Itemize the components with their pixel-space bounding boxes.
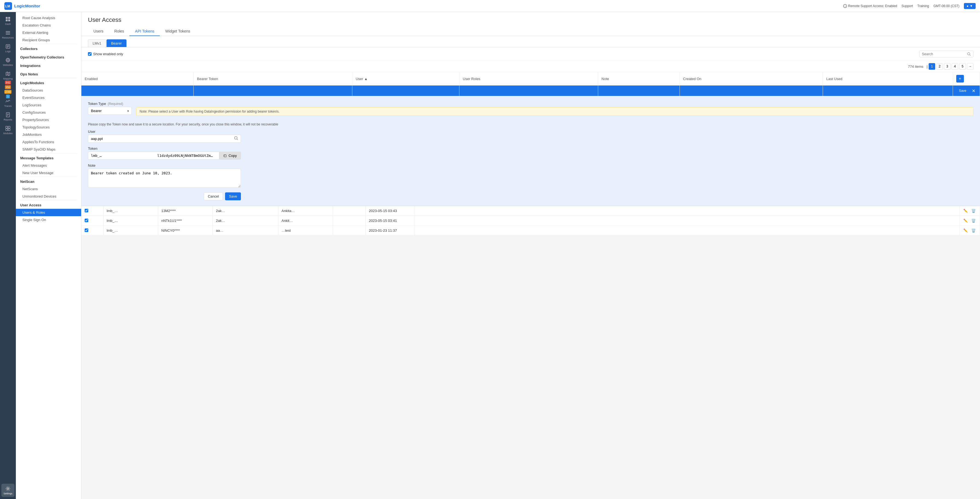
row1-enabled-checkbox[interactable] (85, 209, 88, 212)
table-row[interactable]: lmb_… nNTk1U1**** 2ak… Ankit… 2023-05-15… (81, 216, 980, 226)
nav-section-ops-notes[interactable]: Ops Notes (16, 69, 81, 78)
content-inner: LMv1 Bearer Show enabled only 774 i (81, 36, 980, 499)
sidebar-item-reports[interactable]: Reports (2, 110, 14, 123)
row3-last-used (415, 226, 959, 236)
nav-item-snmp-sysoid-maps[interactable]: SNMP SysOID Maps (16, 146, 81, 153)
nav-item-new-user-message[interactable]: New User Message (16, 169, 81, 177)
sidebar-item-dash[interactable]: Dash (2, 14, 14, 27)
nav-item-configsources[interactable]: ConfigSources (16, 109, 81, 116)
sidebar-item-traces[interactable]: Traces (2, 96, 14, 109)
user-input-wrap[interactable] (88, 135, 241, 143)
col-last-used: Last Used (823, 72, 953, 86)
nav-item-unmonitored-devices[interactable]: Unmonitored Devices (16, 193, 81, 200)
nav-item-topologysources[interactable]: TopologySources (16, 124, 81, 131)
tab-roles[interactable]: Roles (109, 27, 130, 36)
nav-item-single-sign-on[interactable]: Single Sign On (16, 216, 81, 223)
svg-marker-18 (6, 72, 10, 76)
row1-user2: 2ak… (213, 206, 278, 216)
nav-section-collectors[interactable]: Collectors (16, 44, 81, 53)
sidebar-item-mapping[interactable]: Mapping (2, 69, 14, 82)
content-area: User Access Users Roles API Tokens Widge… (81, 12, 980, 499)
token-input (88, 151, 219, 159)
row3-enabled-checkbox[interactable] (85, 228, 88, 232)
nav-item-recipient-groups[interactable]: Recipient Groups (16, 36, 81, 44)
row2-enabled-checkbox[interactable] (85, 218, 88, 222)
nav-item-eventsources[interactable]: EventSources (16, 94, 81, 101)
nav-item-jobmonitors[interactable]: JobMonitors (16, 131, 81, 138)
tab-users[interactable]: Users (88, 27, 109, 36)
user-search-icon[interactable] (232, 135, 241, 142)
training-link[interactable]: Training (918, 4, 929, 8)
show-enabled-checkbox[interactable] (88, 52, 92, 56)
page-next-btn[interactable]: → (967, 63, 974, 70)
support-link[interactable]: Support (902, 4, 913, 8)
svg-line-35 (237, 139, 238, 140)
nav-section-netscan[interactable]: NetScan (16, 177, 81, 185)
page-btn-5[interactable]: 5 (959, 63, 966, 70)
row1-delete-btn[interactable]: 🗑️ (971, 208, 977, 214)
nav-item-users-roles[interactable]: Users & Roles (16, 209, 81, 216)
nav-item-alert-messages[interactable]: Alert Messages (16, 162, 81, 169)
nav-item-netscans[interactable]: NetScans (16, 185, 81, 193)
page-btn-1[interactable]: 1 (929, 63, 935, 70)
row1-created: 2023-05-15 03:43 (366, 206, 415, 216)
search-box[interactable] (920, 51, 974, 57)
row3-edit-btn[interactable]: ✏️ (963, 228, 969, 233)
nav-section-integrations[interactable]: Integrations (16, 61, 81, 69)
remote-support[interactable]: i Remote Support Access: Enabled (843, 4, 897, 8)
sidebar-item-alerts[interactable]: 842 658 2740 1 (2, 83, 14, 96)
sub-tab-bearer[interactable]: Bearer (107, 39, 126, 47)
sidebar-item-resources[interactable]: Resources (2, 28, 14, 41)
col-user[interactable]: User ▲ (352, 72, 460, 86)
nav-section-otel[interactable]: OpenTelemetry Collectors (16, 53, 81, 61)
nav-item-datasources[interactable]: DataSources (16, 87, 81, 94)
row3-delete-btn[interactable]: 🗑️ (971, 228, 977, 233)
nav-item-external-alerting[interactable]: External Alerting (16, 29, 81, 36)
selected-row-cancel-btn[interactable]: ✕ (971, 88, 977, 94)
logo[interactable]: LM LogicMonitor (4, 2, 40, 10)
nav-section-user-access[interactable]: User Access (16, 200, 81, 209)
row2-user2: 2ak… (213, 216, 278, 226)
sub-tabs-bar: LMv1 Bearer (81, 36, 980, 47)
nav-section-logicmodules[interactable]: LogicModules (16, 78, 81, 87)
row2-edit-btn[interactable]: ✏️ (963, 218, 969, 223)
nav-item-root-cause-analysis[interactable]: Root Cause Analysis (16, 14, 81, 22)
token-form-row: Token Copy (88, 147, 974, 159)
new-token-row[interactable]: Save ✕ (81, 86, 980, 96)
sidebar-item-settings[interactable]: Settings (2, 484, 14, 497)
search-input[interactable] (922, 52, 966, 56)
table-row[interactable]: lmb_… NINCY0**** aa… …test 2023-01-23 11… (81, 226, 980, 236)
nav-item-appliesto-functions[interactable]: AppliesTo Functions (16, 138, 81, 146)
sidebar: Dash Resources Logs Websites Mapping 842… (0, 12, 16, 499)
nav-item-logsources[interactable]: LogSources (16, 101, 81, 109)
tab-widget-tokens[interactable]: Widget Tokens (160, 27, 196, 36)
page-btn-3[interactable]: 3 (944, 63, 950, 70)
user-input[interactable] (88, 135, 232, 142)
sidebar-item-modules[interactable]: Modules (2, 124, 14, 137)
sub-tab-lmv1[interactable]: LMv1 (88, 39, 106, 47)
row1-edit-btn[interactable]: ✏️ (963, 208, 969, 214)
selected-row-save-btn[interactable]: Save (956, 88, 969, 94)
user-menu-button[interactable]: ● ▼ (964, 3, 976, 9)
table-row[interactable]: lmb_… 13M2**** 2ak… Ankita… 2023-05-15 0… (81, 206, 980, 216)
show-enabled-checkbox-label[interactable]: Show enabled only (88, 52, 123, 56)
form-save-button[interactable]: Save (225, 192, 241, 200)
token-type-note: Note: Please select a User with Role hav… (136, 107, 974, 116)
add-token-button[interactable]: + (956, 75, 964, 83)
note-textarea[interactable]: Bearer token created on June 10, 2023. (88, 169, 241, 188)
table-header: Enabled Bearer Token User ▲ User Roles N… (81, 72, 980, 86)
form-cancel-button[interactable]: Cancel (204, 192, 223, 200)
row2-delete-btn[interactable]: 🗑️ (971, 218, 977, 223)
svg-rect-4 (6, 17, 8, 19)
page-btn-4[interactable]: 4 (951, 63, 958, 70)
page-btn-2[interactable]: 2 (936, 63, 943, 70)
nav-section-message-templates[interactable]: Message Templates (16, 153, 81, 162)
nav-item-propertysources[interactable]: PropertySources (16, 116, 81, 124)
sidebar-item-logs[interactable]: Logs (2, 41, 14, 55)
sidebar-item-websites[interactable]: Websites (2, 55, 14, 68)
filter-bar: Show enabled only (81, 47, 980, 61)
tab-api-tokens[interactable]: API Tokens (129, 27, 160, 36)
copy-token-button[interactable]: Copy (219, 151, 241, 159)
nav-item-escalation-chains[interactable]: Escalation Chains (16, 22, 81, 29)
token-type-select[interactable]: Bearer (88, 107, 132, 115)
